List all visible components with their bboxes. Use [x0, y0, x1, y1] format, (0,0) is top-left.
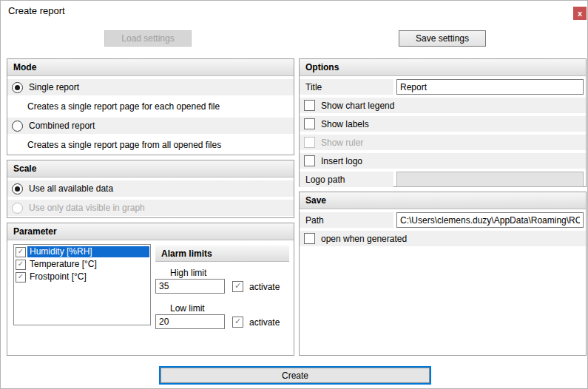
checkbox-checked-icon[interactable]: ✓: [16, 260, 26, 270]
label-text: Title: [305, 82, 322, 92]
checkbox-checked-icon[interactable]: ✓: [16, 272, 26, 283]
checkbox-label: Show chart legend: [321, 101, 394, 111]
radio-label: Use only data visible in graph: [29, 203, 145, 213]
show-labels-checkbox[interactable]: Show labels: [300, 116, 586, 132]
radio-single-report[interactable]: Single report: [7, 79, 294, 95]
description-text: Creates a single report page from all op…: [27, 140, 221, 150]
scale-header: Scale: [7, 160, 294, 177]
scale-section: Scale Use all available data Use only da…: [7, 160, 294, 218]
radio-label: Single report: [29, 82, 79, 92]
parameter-header: Parameter: [7, 223, 294, 240]
description-text: Creates a single report page for each op…: [27, 101, 220, 112]
high-limit-input[interactable]: [155, 279, 225, 294]
checkbox-unchecked-icon[interactable]: [304, 155, 315, 166]
checkbox-unchecked-icon[interactable]: [304, 100, 315, 111]
checkbox-label: Show ruler: [321, 138, 363, 148]
check-icon: ✓: [18, 248, 24, 255]
radio-disabled-icon: [12, 203, 23, 214]
title-input[interactable]: [396, 79, 584, 95]
insert-logo-checkbox[interactable]: Insert logo: [300, 153, 586, 169]
check-icon: ✓: [234, 317, 241, 325]
label-text: Path: [305, 215, 324, 226]
radio-combined-report[interactable]: Combined report: [7, 118, 294, 134]
list-item-label[interactable]: Frostpoint [°C]: [27, 271, 149, 283]
create-report-dialog: { "window": { "title": "Create report", …: [0, 0, 588, 389]
show-chart-legend-checkbox[interactable]: Show chart legend: [300, 98, 586, 113]
close-icon: x: [578, 9, 582, 18]
close-button[interactable]: x: [573, 7, 587, 20]
options-header: Options: [300, 59, 586, 76]
checkbox-unchecked-icon[interactable]: [304, 233, 315, 244]
activate-label: activate: [249, 282, 280, 292]
checkbox-unchecked-icon[interactable]: [304, 118, 315, 129]
logo-path-label: Logo path: [300, 172, 393, 187]
checkbox-checked-icon[interactable]: ✓: [232, 317, 243, 328]
logo-path-input: [396, 172, 584, 187]
path-label: Path: [300, 212, 393, 228]
list-item-label[interactable]: Humidity [%RH]: [27, 246, 149, 257]
check-icon: ✓: [18, 260, 24, 268]
checkbox-disabled-icon: [304, 137, 315, 148]
radio-selected-icon: [12, 82, 23, 93]
radio-label: Combined report: [29, 121, 95, 131]
radio-use-all-data[interactable]: Use all available data: [7, 180, 294, 197]
checkbox-label: Insert logo: [321, 156, 362, 166]
radio-use-visible-data: Use only data visible in graph: [7, 200, 294, 216]
mode-header: Mode: [7, 59, 294, 76]
save-header: Save: [300, 192, 586, 209]
radio-selected-icon: [12, 183, 23, 194]
list-item-frostpoint[interactable]: ✓ Frostpoint [°C]: [14, 271, 150, 283]
show-ruler-checkbox: Show ruler: [300, 135, 586, 150]
title-row: Title: [300, 79, 586, 95]
low-limit-label: Low limit: [170, 303, 259, 314]
combined-report-description: Creates a single report page from all op…: [7, 137, 294, 153]
logo-path-row: Logo path: [300, 172, 586, 187]
list-item-label[interactable]: Temperature [°C]: [27, 259, 149, 270]
page-title: Create report: [8, 5, 65, 16]
checkbox-checked-icon[interactable]: ✓: [232, 281, 243, 292]
checkbox-label: Show labels: [321, 119, 369, 129]
checkbox-label: open when generated: [321, 234, 407, 244]
parameter-section: Parameter ✓ Humidity [%RH] ✓ Temperature…: [7, 223, 294, 356]
low-limit-activate[interactable]: ✓ activate: [232, 317, 280, 328]
title-label: Title: [300, 79, 393, 95]
high-limit-label: High limit: [170, 268, 259, 279]
create-button[interactable]: Create: [159, 366, 431, 385]
low-limit-input[interactable]: [155, 314, 225, 329]
radio-label: Use all available data: [29, 183, 113, 194]
save-section: Save Path open when generated: [299, 192, 587, 356]
label-text: Logo path: [305, 175, 345, 185]
single-report-description: Creates a single report page for each op…: [7, 98, 294, 115]
high-limit-activate[interactable]: ✓ activate: [232, 281, 280, 292]
check-icon: ✓: [18, 273, 24, 280]
checkbox-checked-icon[interactable]: ✓: [16, 247, 26, 257]
radio-unselected-icon: [12, 121, 23, 132]
mode-section: Mode Single report Creates a single repo…: [7, 58, 294, 155]
options-section: Options Title Show chart legend Show lab…: [299, 58, 587, 187]
activate-label: activate: [249, 317, 280, 328]
list-item-temperature[interactable]: ✓ Temperature [°C]: [14, 258, 150, 271]
check-icon: ✓: [234, 282, 241, 290]
path-row: Path: [300, 212, 586, 228]
open-when-generated-checkbox[interactable]: open when generated: [300, 231, 586, 246]
list-item-humidity[interactable]: ✓ Humidity [%RH]: [14, 246, 150, 258]
parameter-listbox[interactable]: ✓ Humidity [%RH] ✓ Temperature [°C] ✓ Fr…: [13, 244, 151, 325]
load-settings-button: Load settings: [104, 30, 192, 47]
alarm-limits-header: Alarm limits: [155, 246, 289, 262]
path-input[interactable]: [396, 212, 584, 228]
save-settings-button[interactable]: Save settings: [399, 30, 486, 47]
